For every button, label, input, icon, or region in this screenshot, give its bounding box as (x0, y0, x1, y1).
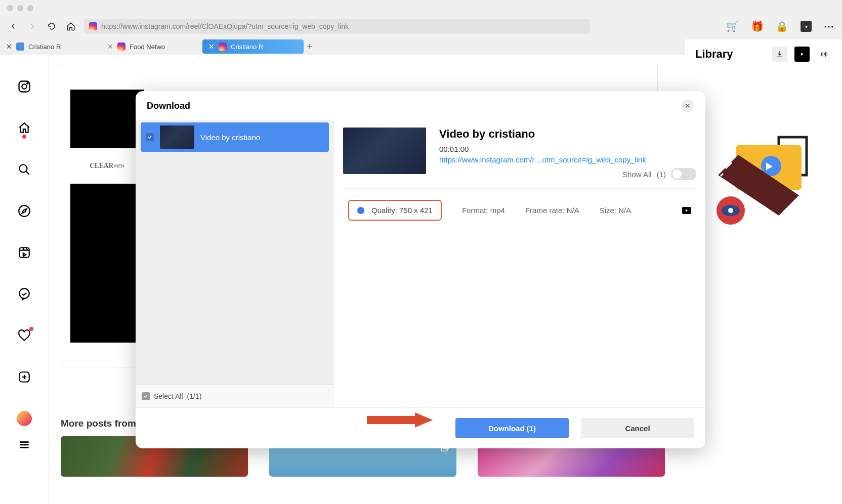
detail-info: Video by cristiano 00:01:00 https://www.… (439, 128, 696, 180)
detail-duration: 00:01:00 (439, 145, 696, 153)
show-all-label: Show All (622, 170, 652, 179)
video-badge-icon (682, 207, 691, 214)
download-modal: Download ✕ Video by cristiano Select All… (136, 91, 705, 448)
item-thumbnail (160, 125, 194, 149)
download-item[interactable]: Video by cristiano (141, 122, 329, 152)
show-all-toggle[interactable] (671, 168, 696, 180)
modal-body: Video by cristiano Select All(1/1) Video… (136, 120, 705, 407)
detail-url[interactable]: https://www.instagram.com/r…utm_source=i… (439, 155, 696, 164)
detail-title: Video by cristiano (439, 128, 696, 141)
cancel-button[interactable]: Cancel (581, 418, 694, 438)
modal-detail: Video by cristiano 00:01:00 https://www.… (334, 120, 705, 407)
radio-selected-icon (357, 207, 364, 214)
show-all-count: (1) (657, 170, 666, 179)
quality-row: Quality: 750 x 421 Format: mp4 Frame rat… (343, 189, 696, 232)
close-icon[interactable]: ✕ (681, 99, 694, 112)
modal-header: Download ✕ (136, 91, 705, 120)
download-button[interactable]: Download (1) (455, 418, 569, 438)
quality-text: Quality: 750 x 421 (371, 206, 433, 215)
framerate-text: Frame rate: N/A (525, 206, 579, 215)
show-all-row: Show All (1) (439, 168, 696, 180)
checkbox-icon[interactable] (146, 133, 154, 141)
format-text: Format: mp4 (462, 206, 505, 215)
detail-header: Video by cristiano 00:01:00 https://www.… (343, 124, 696, 189)
modal-title: Download (147, 101, 190, 111)
quality-option[interactable]: Quality: 750 x 421 (348, 200, 442, 221)
select-all-label: Select All (154, 392, 183, 400)
checkbox-icon[interactable] (142, 392, 150, 400)
select-all-count: (1/1) (187, 392, 202, 400)
svg-rect-17 (367, 416, 415, 424)
modal-item-list: Video by cristiano Select All(1/1) (136, 120, 334, 407)
size-text: Size: N/A (600, 206, 632, 215)
arrow-annotation (364, 405, 435, 435)
item-label: Video by cristiano (200, 133, 260, 142)
detail-thumbnail (343, 128, 426, 174)
select-all-row[interactable]: Select All(1/1) (136, 385, 334, 407)
